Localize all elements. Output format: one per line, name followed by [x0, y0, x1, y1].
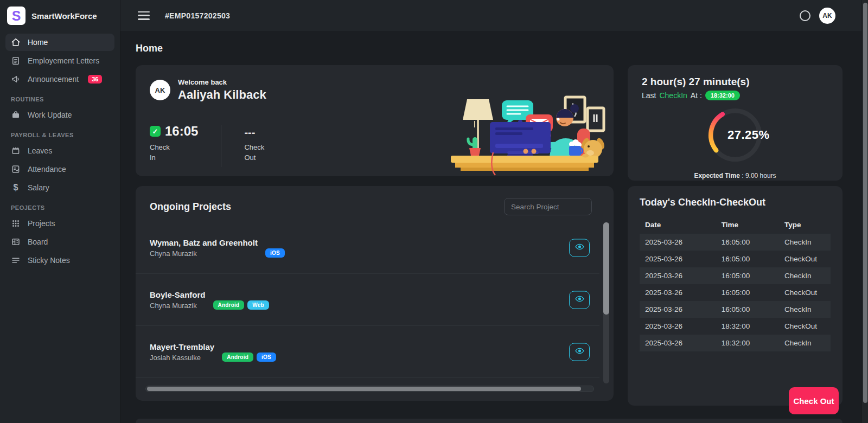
sidebar-item-label: Home [28, 38, 48, 47]
next-card-peek [136, 419, 843, 423]
brand-name: SmartWorkForce [31, 11, 97, 21]
sidebar-item-leaves[interactable]: Leaves [5, 142, 114, 159]
view-project-button[interactable] [569, 343, 590, 361]
table-row: 2025-03-2618:32:00CheckIn [640, 335, 831, 351]
table-cell: CheckIn [779, 267, 831, 284]
sidebar-nav: HomeEmployement LettersAnnouncement36ROU… [0, 31, 120, 272]
user-avatar[interactable]: AK [819, 8, 835, 24]
worked-duration: 2 hour(s) 27 minute(s) [642, 76, 828, 88]
topbar-right: AK [800, 8, 835, 24]
megaphone-icon [11, 74, 21, 84]
project-list: Wyman, Batz and GreenholtChyna MurazikiO… [136, 222, 599, 380]
sidebar-item-label: Attendance [28, 165, 66, 174]
last-checkin-keyword: CheckIn [659, 91, 687, 100]
table-cell: 2025-03-26 [640, 318, 716, 335]
checkins-title: Today's CheckIn-CheckOut [640, 197, 831, 208]
table-cell: 16:05:00 [716, 284, 779, 301]
sidebar-item-salary[interactable]: $Salary [5, 179, 114, 196]
attendance-icon [11, 164, 21, 174]
project-name: Mayert-Tremblay [150, 342, 214, 351]
sidebar-item-label: Sticky Notes [28, 256, 70, 265]
check-in-label: Check In [150, 143, 198, 163]
progress-gauge: 27.25% [705, 105, 765, 165]
tag-web: Web [247, 300, 269, 310]
expected-time: Expected Time : 9.00 hours [642, 172, 828, 180]
sidebar-item-board[interactable]: Board [5, 233, 114, 251]
project-owner: Chyna Murazik [150, 249, 258, 258]
table-cell: CheckOut [779, 251, 831, 267]
table-cell: 16:05:00 [716, 234, 779, 251]
check-in-ok-icon: ✓ [150, 126, 161, 137]
sidebar-section-label: ROUTINES [5, 89, 114, 106]
table-cell: 18:32:00 [716, 318, 779, 335]
view-project-button[interactable] [569, 239, 590, 257]
hamburger-menu-icon[interactable] [138, 11, 150, 20]
checkins-table: DateTimeType 2025-03-2616:05:00CheckIn20… [640, 216, 831, 351]
sidebar-item-home[interactable]: Home [5, 34, 114, 51]
sidebar-item-label: Employement Letters [28, 56, 99, 65]
board-icon [11, 237, 21, 247]
table-cell: CheckIn [779, 335, 831, 351]
sidebar-item-projects[interactable]: Projects [5, 215, 114, 232]
sidebar-item-label: Work Update [28, 111, 72, 119]
last-checkin-time-badge: 18:32:00 [705, 91, 740, 100]
view-project-button[interactable] [569, 291, 590, 309]
column-header-date: Date [640, 216, 716, 234]
sidebar-item-employement-letters[interactable]: Employement Letters [5, 52, 114, 69]
project-row: Mayert-TremblayJosiah KassulkeAndroidiOS [136, 326, 599, 378]
sidebar-item-label: Projects [28, 219, 55, 228]
project-name: Wyman, Batz and Greenholt [150, 238, 258, 247]
row-bottom: Ongoing Projects Wyman, Batz and Greenho… [136, 186, 843, 406]
table-row: 2025-03-2616:05:00CheckIn [640, 234, 831, 251]
topbar: #EMP0157202503 AK [120, 0, 868, 31]
table-row: 2025-03-2616:05:00CheckIn [640, 301, 831, 318]
check-out-block: --- Check Out [244, 124, 264, 163]
sidebar-item-work-update[interactable]: Work Update [5, 106, 114, 124]
sidebar-item-attendance[interactable]: Attendance [5, 161, 114, 178]
lamp-graphic [463, 99, 493, 156]
table-cell: 2025-03-26 [640, 335, 716, 351]
table-row: 2025-03-2616:05:00CheckOut [640, 251, 831, 267]
sidebar-section-label: PEOJECTS [5, 197, 114, 215]
sidebar-item-announcement[interactable]: Announcement36 [5, 70, 114, 88]
status-ring-icon[interactable] [800, 10, 810, 21]
sidebar-item-label: Announcement [28, 75, 79, 84]
welcome-card: AK Welcome back Aaliyah Kilback ✓ 16:05 … [136, 65, 614, 176]
project-row: Boyle-SanfordChyna MurazikAndroidWeb [136, 274, 599, 326]
project-tags: AndroidWeb [213, 300, 269, 310]
table-cell: 16:05:00 [716, 301, 779, 318]
main-area: #EMP0157202503 AK Home AK Welcome back A… [120, 0, 868, 423]
leaves-icon [11, 146, 21, 156]
checkin-checkout-card: Today's CheckIn-CheckOut DateTimeType 20… [628, 186, 843, 406]
tag-android: Android [222, 352, 253, 362]
project-tags: iOS [265, 248, 285, 258]
sidebar: S SmartWorkForce HomeEmployement Letters… [0, 0, 120, 423]
project-owner: Chyna Murazik [150, 302, 206, 310]
table-cell: CheckOut [779, 318, 831, 335]
projects-horizontal-scrollbar[interactable] [145, 386, 594, 392]
table-row: 2025-03-2616:05:00CheckIn [640, 267, 831, 284]
check-out-button[interactable]: Check Out [789, 387, 839, 414]
table-cell: 18:32:00 [716, 335, 779, 351]
last-checkin-line: Last CheckIn At : 18:32:00 [642, 91, 828, 100]
page-scrollbar[interactable] [861, 0, 868, 423]
table-cell: 2025-03-26 [640, 267, 716, 284]
ongoing-projects-card: Ongoing Projects Wyman, Batz and Greenho… [136, 186, 614, 401]
tag-ios: iOS [265, 248, 285, 258]
projects-vertical-scrollbar[interactable] [603, 222, 609, 383]
sidebar-item-sticky-notes[interactable]: Sticky Notes [5, 252, 114, 269]
table-cell: 16:05:00 [716, 251, 779, 267]
table-cell: 2025-03-26 [640, 234, 716, 251]
search-project-input[interactable] [504, 198, 592, 215]
eye-icon [575, 242, 584, 253]
tag-android: Android [213, 300, 245, 310]
app-logo-icon: S [7, 7, 25, 25]
briefcase-icon [11, 110, 21, 120]
employee-id: #EMP0157202503 [165, 11, 230, 20]
work-summary-card: 2 hour(s) 27 minute(s) Last CheckIn At :… [628, 65, 843, 181]
sticky-notes-icon [11, 255, 21, 265]
row-top: AK Welcome back Aaliyah Kilback ✓ 16:05 … [136, 65, 843, 181]
divider [221, 125, 221, 167]
brand: S SmartWorkForce [0, 0, 120, 31]
table-cell: CheckIn [779, 301, 831, 318]
